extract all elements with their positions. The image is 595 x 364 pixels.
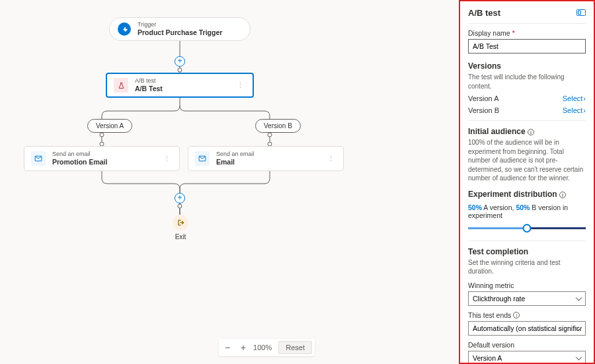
slider-thumb[interactable]: [523, 224, 532, 233]
zoom-reset-button[interactable]: Reset: [278, 341, 312, 354]
distribution-slider[interactable]: [468, 223, 586, 235]
test-ends-label: This test ends i: [468, 311, 586, 319]
info-icon[interactable]: i: [513, 312, 520, 318]
node-more-icon[interactable]: ⋮: [161, 155, 173, 163]
display-name-label: Display name*: [468, 29, 586, 37]
journey-canvas[interactable]: Trigger Product Purchase Trigger + A/B t…: [0, 0, 459, 364]
svg-point-8: [100, 133, 104, 137]
exit-label: Exit: [173, 233, 188, 240]
chevron-right-icon: ›: [583, 94, 586, 102]
email-icon: [195, 151, 210, 166]
version-a-select-link[interactable]: Select›: [563, 94, 586, 102]
panel-title: A/B test: [468, 8, 500, 18]
email-node-a[interactable]: Send an email Promotion Email ⋮: [24, 146, 180, 171]
zoom-level: 100%: [253, 344, 272, 351]
branch-a-pill[interactable]: Version A: [87, 119, 132, 133]
svg-rect-13: [578, 11, 581, 14]
ab-node-type: A/B test: [135, 77, 163, 85]
panel-card-icon[interactable]: [576, 9, 586, 18]
zoom-toolbar: − + 100% Reset: [219, 339, 315, 356]
initial-audience-desc: 100% of the audience will be in experime…: [468, 138, 586, 183]
add-step-button[interactable]: +: [175, 193, 185, 203]
winning-metric-label: Winning metric: [468, 281, 586, 289]
winning-metric-select[interactable]: Clickthrough rate: [468, 291, 586, 306]
svg-point-1: [178, 68, 182, 72]
versions-heading: Versions: [468, 61, 586, 71]
email-a-type: Send an email: [52, 151, 107, 158]
email-b-type: Send an email: [216, 151, 255, 158]
initial-audience-heading: Initial audience i: [468, 127, 586, 136]
distribution-text: 50% A version, 50% B version in experime…: [468, 203, 586, 219]
distribution-heading: Experiment distribution i: [468, 190, 586, 199]
email-node-b[interactable]: Send an email Email ⋮: [188, 146, 344, 171]
branch-b-pill[interactable]: Version B: [255, 119, 301, 133]
version-b-label: Version B: [468, 106, 499, 114]
node-more-icon[interactable]: ⋮: [325, 155, 337, 163]
properties-panel: A/B test Display name* Versions The test…: [459, 0, 595, 364]
chevron-right-icon: ›: [583, 106, 586, 114]
default-version-label: Default version: [468, 341, 586, 349]
display-name-input[interactable]: [468, 39, 586, 54]
node-more-icon[interactable]: ⋮: [234, 81, 246, 90]
connector-lines: [0, 0, 459, 364]
ab-node-title: A/B Test: [135, 85, 163, 93]
svg-point-7: [178, 204, 182, 208]
test-ends-select[interactable]: Automatically (on statistical significan…: [468, 321, 586, 336]
version-a-label: Version A: [468, 94, 498, 102]
version-b-select-link[interactable]: Select›: [563, 106, 586, 114]
trigger-type: Trigger: [138, 21, 222, 28]
completion-heading: Test completion: [468, 247, 586, 256]
svg-point-9: [268, 133, 272, 137]
trigger-title: Product Purchase Trigger: [138, 28, 222, 37]
ab-test-node[interactable]: A/B test A/B Test ⋮: [106, 73, 254, 98]
default-version-select[interactable]: Version A: [468, 351, 586, 365]
completion-desc: Set the winning criteria and test durati…: [468, 258, 586, 276]
zoom-out-button[interactable]: −: [221, 342, 233, 353]
zoom-in-button[interactable]: +: [237, 342, 249, 353]
email-a-title: Promotion Email: [52, 158, 107, 166]
ab-test-beaker-icon: [114, 78, 128, 92]
info-icon[interactable]: i: [528, 129, 534, 135]
trigger-enter-icon: [118, 22, 131, 36]
email-b-title: Email: [216, 158, 255, 166]
divider: [468, 240, 586, 241]
versions-desc: The test will include the following cont…: [468, 73, 586, 91]
exit-icon: [173, 215, 188, 231]
email-icon: [31, 151, 46, 166]
trigger-node[interactable]: Trigger Product Purchase Trigger: [109, 17, 251, 41]
divider: [468, 120, 586, 121]
info-icon[interactable]: i: [559, 192, 566, 198]
add-step-button[interactable]: +: [175, 56, 185, 67]
